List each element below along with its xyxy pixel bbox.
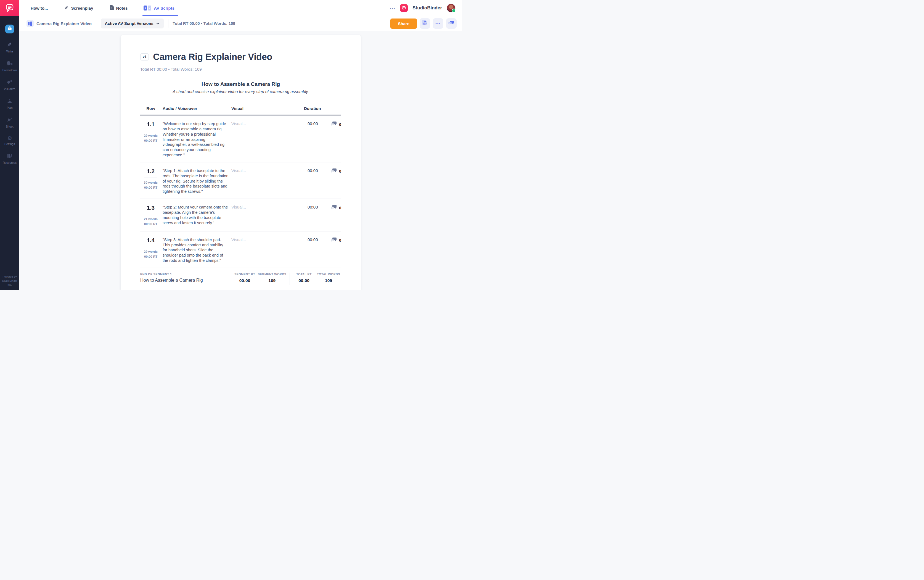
row-comments[interactable]: 0 bbox=[331, 237, 341, 244]
audio-voiceover-cell[interactable]: "Step 1: Attach the baseplate to the rod… bbox=[161, 168, 231, 194]
av-script-table: Row Audio / Voiceover Visual Duration 1.… bbox=[140, 106, 341, 290]
project-title-breadcrumb[interactable]: Camera Rig Explainer Video bbox=[36, 21, 92, 26]
duration-cell: 00:00 bbox=[304, 237, 341, 263]
studiobinder-logo-block[interactable] bbox=[0, 0, 19, 16]
version-badge[interactable]: v1 bbox=[140, 53, 149, 61]
stats-divider bbox=[289, 273, 290, 285]
row-number-divider bbox=[145, 214, 157, 214]
tab-av-scripts[interactable]: A V AV Scripts bbox=[143, 0, 174, 16]
segment-description[interactable]: A short and concise explainer video for … bbox=[140, 89, 341, 94]
duration-value[interactable]: 00:00 bbox=[304, 205, 318, 209]
segment-footer-row: END OF SEGMENT 1 How to Assemble a Camer… bbox=[140, 268, 341, 290]
brand-name: StudioBinder bbox=[413, 5, 442, 11]
document-titlebar: v1 Camera Rig Explainer Video bbox=[140, 52, 341, 62]
column-header-visual: Visual bbox=[231, 106, 304, 111]
table-row: 1.1 29 words 00:00 RT "Welcome to our st… bbox=[140, 115, 341, 162]
comment-bubbles-icon bbox=[331, 237, 337, 244]
sidebar-item-write[interactable]: Write bbox=[0, 42, 19, 53]
sidebar-item-resources[interactable]: Resources bbox=[0, 153, 19, 164]
stat-segment-words: SEGMENT WORDS 109 bbox=[257, 273, 288, 283]
sidebar-footer[interactable]: Powered By StudioBinder Inc. bbox=[0, 272, 19, 290]
pen-icon bbox=[64, 5, 69, 11]
row-number-divider bbox=[145, 178, 157, 178]
row-word-count: 21 words bbox=[140, 217, 161, 222]
row-runtime: 00:00 RT bbox=[140, 185, 161, 190]
row-word-count: 29 words bbox=[140, 133, 161, 138]
share-button[interactable]: Share bbox=[390, 18, 417, 29]
script-columns-icon bbox=[26, 20, 34, 27]
table-header-row: Row Audio / Voiceover Visual Duration bbox=[140, 106, 341, 115]
toolbar-totals: Total RT 00:00 • Total Words: 109 bbox=[173, 21, 235, 26]
row-number-cell: 1.3 21 words 00:00 RT bbox=[140, 205, 161, 227]
row-runtime: 00:00 RT bbox=[140, 138, 161, 143]
chat-bubbles-icon bbox=[448, 20, 454, 27]
studiobinder-logo-icon bbox=[5, 3, 14, 13]
audio-voiceover-cell[interactable]: "Welcome to our step-by-step guide on ho… bbox=[161, 121, 231, 158]
segment-footer-title: How to Assemble a Camera Rig bbox=[140, 278, 203, 283]
row-number-divider bbox=[145, 247, 157, 247]
document-icon bbox=[109, 5, 114, 11]
row-number-cell: 1.2 30 words 00:00 RT bbox=[140, 168, 161, 194]
row-comments[interactable]: 0 bbox=[331, 205, 341, 211]
pdf-download-icon: PDF bbox=[422, 20, 428, 27]
row-comments[interactable]: 0 bbox=[331, 121, 341, 128]
segment-heading[interactable]: How to Assemble a Camera Rig bbox=[140, 81, 341, 87]
duration-value[interactable]: 00:00 bbox=[304, 121, 318, 126]
row-number: 1.1 bbox=[140, 121, 161, 128]
tab-av-scripts-label: AV Scripts bbox=[154, 6, 174, 10]
av-scripts-icon: A V bbox=[143, 5, 151, 10]
column-header-row: Row bbox=[140, 106, 161, 111]
row-comments[interactable]: 0 bbox=[331, 168, 341, 175]
visual-cell-placeholder[interactable]: Visual... bbox=[231, 121, 304, 158]
visual-cell-placeholder[interactable]: Visual... bbox=[231, 168, 304, 194]
row-number: 1.3 bbox=[140, 205, 161, 211]
table-row: 1.3 21 words 00:00 RT "Step 2: Mount you… bbox=[140, 199, 341, 231]
stat-total-words: TOTAL WORDS 109 bbox=[316, 273, 341, 283]
document-totals: Total RT 00:00 • Total Words: 109 bbox=[140, 67, 341, 71]
audio-voiceover-cell[interactable]: "Step 2: Mount your camera onto the base… bbox=[161, 205, 231, 227]
sidebar-item-settings[interactable]: ⚙ Settings bbox=[0, 136, 19, 145]
script-toolbar: Camera Rig Explainer Video Active AV Scr… bbox=[19, 16, 462, 31]
comment-count: 0 bbox=[339, 169, 341, 173]
sidebar-item-visualize[interactable]: Visualize bbox=[0, 79, 19, 91]
plan-icon bbox=[7, 98, 13, 105]
tab-notes[interactable]: Notes bbox=[109, 0, 128, 16]
audio-voiceover-cell[interactable]: "Step 3: Attach the shoulder pad. This p… bbox=[161, 237, 231, 263]
topbar-overflow-menu[interactable]: ••• bbox=[390, 6, 396, 10]
download-pdf-button[interactable]: PDF bbox=[419, 18, 430, 29]
comment-count: 0 bbox=[339, 206, 341, 210]
tab-how-to[interactable]: How to... bbox=[31, 0, 48, 16]
sidebar-item-label: Visualize bbox=[4, 87, 15, 91]
ellipsis-icon: ••• bbox=[436, 21, 441, 26]
duration-value[interactable]: 00:00 bbox=[304, 168, 318, 173]
versions-dropdown[interactable]: Active AV Script Versions bbox=[101, 18, 164, 28]
sidebar-item-label: Write bbox=[7, 50, 13, 53]
topbar-right-cluster: ••• StudioBinder bbox=[390, 3, 455, 12]
row-number-cell: 1.1 29 words 00:00 RT bbox=[140, 121, 161, 158]
powered-by-line2: StudioBinder Inc. bbox=[0, 279, 19, 287]
visual-cell-placeholder[interactable]: Visual... bbox=[231, 237, 304, 263]
svg-text:PDF: PDF bbox=[423, 23, 427, 25]
column-header-duration: Duration bbox=[304, 106, 341, 111]
gear-icon: ⚙ bbox=[7, 136, 12, 141]
visual-cell-placeholder[interactable]: Visual... bbox=[231, 205, 304, 227]
sidebar-item-projects[interactable] bbox=[5, 25, 14, 33]
stat-total-rt: TOTAL RT 00:00 bbox=[292, 273, 316, 283]
top-navigation-bar: How to... Screenplay Notes bbox=[19, 0, 462, 16]
sidebar-item-label: Resources bbox=[3, 161, 16, 164]
comments-panel-button[interactable] bbox=[446, 18, 457, 29]
duration-cell: 00:00 bbox=[304, 205, 341, 227]
sidebar-item-shoot[interactable]: Shoot bbox=[0, 117, 19, 128]
tab-screenplay[interactable]: Screenplay bbox=[64, 0, 93, 16]
tab-notes-label: Notes bbox=[116, 6, 128, 10]
script-document-card: v1 Camera Rig Explainer Video Total RT 0… bbox=[121, 35, 361, 290]
segment-footer-stats: SEGMENT RT 00:00 SEGMENT WORDS 109 TOTAL… bbox=[233, 273, 341, 285]
comment-count: 0 bbox=[339, 238, 341, 242]
user-avatar[interactable] bbox=[447, 3, 455, 12]
more-options-button[interactable]: ••• bbox=[433, 18, 443, 29]
sidebar-item-plan[interactable]: Plan bbox=[0, 98, 19, 109]
left-sidebar: Write Breakdown Visualiz bbox=[0, 16, 19, 290]
sidebar-item-breakdown[interactable]: Breakdown bbox=[0, 61, 19, 72]
duration-value[interactable]: 00:00 bbox=[304, 237, 318, 242]
row-runtime: 00:00 RT bbox=[140, 222, 161, 227]
